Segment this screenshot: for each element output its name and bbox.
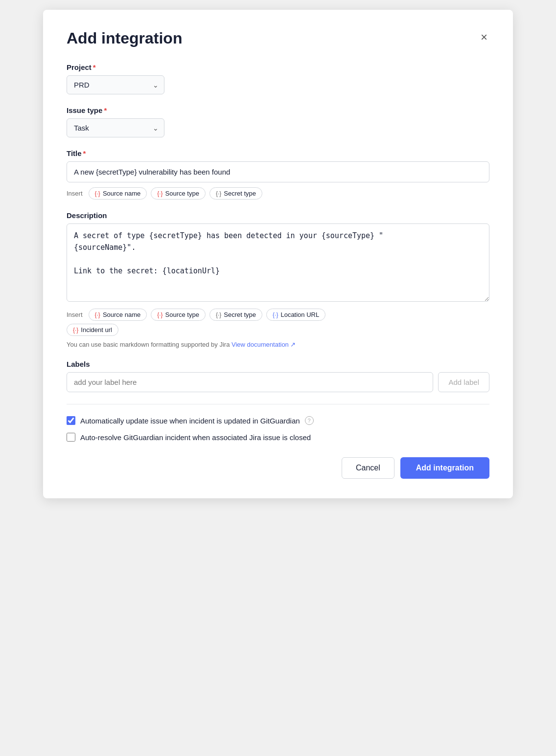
footer-buttons: Cancel Add integration <box>67 457 489 479</box>
desc-pill-source-type[interactable]: {·} Source type <box>151 309 206 321</box>
pill-label: Source name <box>103 311 140 318</box>
description-label: Description <box>67 211 489 220</box>
auto-resolve-label: Auto-resolve GitGuardian incident when a… <box>80 433 311 442</box>
project-select[interactable]: PRDDEVSTAGING <box>67 75 164 94</box>
modal-title: Add integration <box>67 29 182 47</box>
description-insert-row: Insert {·} Source name {·} Source type {… <box>67 309 489 321</box>
title-insert-row: Insert {·} Source name {·} Source type {… <box>67 187 489 200</box>
pill-label: Source type <box>165 190 199 197</box>
issue-type-required-star: * <box>104 106 107 114</box>
add-label-button[interactable]: Add label <box>438 372 489 392</box>
pill-icon: {·} <box>95 311 100 318</box>
auto-update-row: Automatically update issue when incident… <box>67 416 489 425</box>
title-pill-source-name[interactable]: {·} Source name <box>89 187 147 200</box>
pill-label: Source name <box>103 190 140 197</box>
auto-resolve-checkbox[interactable] <box>67 433 75 442</box>
help-icon[interactable]: ? <box>305 416 314 425</box>
desc-pill-source-name[interactable]: {·} Source name <box>89 309 147 321</box>
project-select-wrapper: PRDDEVSTAGING ⌄ <box>67 75 164 94</box>
pill-icon: {·} <box>73 327 78 334</box>
issue-type-section: Issue type* TaskBugStoryEpic ⌄ <box>67 106 489 137</box>
desc-pill-incident-url[interactable]: {·} Incident url <box>67 324 118 336</box>
cancel-button[interactable]: Cancel <box>342 457 394 479</box>
description-insert-row-2: {·} Incident url <box>67 324 489 336</box>
issue-type-select-wrapper: TaskBugStoryEpic ⌄ <box>67 118 164 137</box>
labels-section: Labels Add label <box>67 360 489 392</box>
auto-update-checkbox[interactable] <box>67 416 75 425</box>
auto-resolve-row: Auto-resolve GitGuardian incident when a… <box>67 433 489 442</box>
add-integration-modal: Add integration × Project* PRDDEVSTAGING… <box>43 10 513 498</box>
close-button[interactable]: × <box>479 29 489 45</box>
project-label: Project* <box>67 63 489 71</box>
divider <box>67 404 489 404</box>
pill-label: Secret type <box>224 311 256 318</box>
pill-label: Location URL <box>280 311 319 318</box>
pill-icon: {·} <box>157 311 162 318</box>
issue-type-label: Issue type* <box>67 106 489 114</box>
view-documentation-link[interactable]: View documentation ↗ <box>232 341 296 348</box>
title-insert-label: Insert <box>67 190 83 197</box>
modal-header: Add integration × <box>67 29 489 47</box>
pill-icon: {·} <box>216 311 221 318</box>
label-input[interactable] <box>67 372 433 392</box>
pill-icon: {·} <box>216 190 221 197</box>
title-section: Title* Insert {·} Source name {·} Source… <box>67 149 489 200</box>
project-section: Project* PRDDEVSTAGING ⌄ <box>67 63 489 94</box>
title-pill-source-type[interactable]: {·} Source type <box>151 187 206 200</box>
pill-icon: {·} <box>157 190 162 197</box>
pill-label: Source type <box>165 311 199 318</box>
description-textarea[interactable]: A secret of type {secretType} has been d… <box>67 223 489 302</box>
add-integration-button[interactable]: Add integration <box>400 457 489 479</box>
pill-label: Secret type <box>224 190 256 197</box>
description-insert-label: Insert <box>67 311 83 318</box>
markdown-note: You can use basic markdown formatting su… <box>67 341 489 348</box>
pill-icon: {·} <box>95 190 100 197</box>
desc-pill-location-url[interactable]: {·} Location URL <box>266 309 325 321</box>
pill-icon: {·} <box>273 311 278 318</box>
labels-label: Labels <box>67 360 489 368</box>
issue-type-select[interactable]: TaskBugStoryEpic <box>67 118 164 137</box>
auto-update-label: Automatically update issue when incident… <box>80 417 300 425</box>
title-pill-secret-type[interactable]: {·} Secret type <box>209 187 262 200</box>
description-section: Description A secret of type {secretType… <box>67 211 489 348</box>
title-required-star: * <box>83 149 86 157</box>
desc-pill-secret-type[interactable]: {·} Secret type <box>209 309 262 321</box>
labels-row: Add label <box>67 372 489 392</box>
title-label: Title* <box>67 149 489 157</box>
pill-label: Incident url <box>81 326 112 334</box>
project-required-star: * <box>93 63 96 71</box>
title-input[interactable] <box>67 161 489 182</box>
